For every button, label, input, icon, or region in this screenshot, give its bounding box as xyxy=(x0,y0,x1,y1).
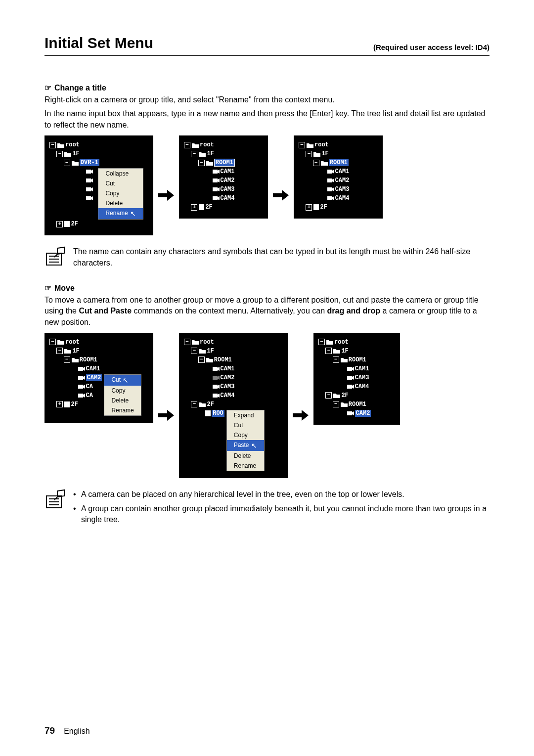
folder-icon xyxy=(64,347,71,356)
page-header: Initial Set Menu (Required user access l… xyxy=(44,35,490,56)
menu-item-rename[interactable]: Rename xyxy=(104,405,140,415)
svg-rect-9 xyxy=(199,204,204,210)
note-text: The name can contain any characters and … xyxy=(73,246,490,268)
menu-item-cut[interactable]: Cut↖ xyxy=(104,375,140,386)
edit-node[interactable]: ROOM1 xyxy=(214,159,235,167)
camera-icon xyxy=(347,409,354,418)
menu-item-delete[interactable]: Delete xyxy=(227,451,264,461)
svg-rect-24 xyxy=(64,401,70,407)
camera-icon xyxy=(78,391,85,400)
selected-node[interactable]: DVR-1 xyxy=(80,159,99,166)
menu-item-cut[interactable]: Cut xyxy=(227,420,264,430)
menu-item-rename[interactable]: Rename↖ xyxy=(98,208,142,219)
tree-box-move-step3: −root −1F −ROOM1 CAM1 CAM3 CAM4 −2F −ROO… xyxy=(313,333,400,425)
camera-icon xyxy=(78,382,85,391)
selected-node[interactable]: CAM2 xyxy=(355,410,371,417)
menu-item-copy[interactable]: Copy xyxy=(98,188,142,198)
note-move: A camera can be placed on any hierarchic… xyxy=(44,489,490,528)
minus-icon: − xyxy=(56,151,63,157)
minus-icon: − xyxy=(49,142,56,148)
svg-rect-21 xyxy=(78,376,83,380)
minus-icon: − xyxy=(56,348,63,354)
minus-icon: − xyxy=(325,392,332,399)
minus-icon: − xyxy=(313,160,319,166)
page-language: English xyxy=(64,727,89,735)
folder-icon xyxy=(199,400,206,409)
svg-rect-6 xyxy=(213,178,218,182)
page-title: Initial Set Menu xyxy=(44,35,153,51)
cursor-icon: ↖ xyxy=(251,442,257,449)
arrow-right-icon xyxy=(158,190,174,201)
minus-icon: − xyxy=(64,160,70,166)
svg-rect-32 xyxy=(347,385,352,389)
page-footer: 79English xyxy=(44,725,90,736)
camera-icon xyxy=(213,364,220,373)
folder-icon xyxy=(199,347,206,356)
selected-node[interactable]: ROO xyxy=(212,410,224,417)
note-item: A camera can be placed on any hierarchic… xyxy=(73,489,490,500)
folder-icon xyxy=(72,158,79,167)
svg-rect-13 xyxy=(327,196,332,200)
folder-icon xyxy=(206,356,213,364)
folder-icon xyxy=(192,338,199,347)
menu-item-copy[interactable]: Copy xyxy=(104,386,140,396)
minus-icon: − xyxy=(299,142,305,148)
svg-rect-26 xyxy=(213,376,218,380)
minus-icon: − xyxy=(198,356,205,363)
plus-icon: + xyxy=(56,401,63,407)
menu-item-copy[interactable]: Copy xyxy=(227,430,264,440)
menu-item-delete[interactable]: Delete xyxy=(104,396,140,405)
doc-icon xyxy=(64,400,70,409)
minus-icon: − xyxy=(318,339,325,345)
menu-item-delete[interactable]: Delete xyxy=(98,198,142,208)
camera-icon xyxy=(78,364,85,373)
section-heading-change-title: ☞Change a title xyxy=(44,83,490,92)
menu-item-cut[interactable]: Cut xyxy=(98,178,142,188)
arrow-right-icon xyxy=(158,410,174,421)
move-p1: To move a camera from one to another gro… xyxy=(44,295,490,328)
camera-icon xyxy=(347,382,354,391)
svg-rect-7 xyxy=(213,187,218,191)
note-change-title: The name can contain any characters and … xyxy=(44,246,490,268)
svg-rect-33 xyxy=(347,411,352,415)
menu-item-rename[interactable]: Rename xyxy=(227,461,264,471)
minus-icon: − xyxy=(306,151,312,157)
svg-rect-14 xyxy=(313,204,319,210)
menu-item-expand[interactable]: Expand xyxy=(227,410,264,420)
plus-icon: + xyxy=(306,204,312,211)
camera-icon xyxy=(213,185,220,194)
minus-icon: − xyxy=(49,339,56,345)
context-menu[interactable]: Expand Cut Copy Paste↖ Delete Rename xyxy=(226,410,265,471)
camera-icon xyxy=(213,176,220,185)
camera-icon xyxy=(327,185,334,194)
minus-icon: − xyxy=(198,160,205,166)
minus-icon: − xyxy=(184,339,190,345)
menu-item-collapse[interactable]: Collapse xyxy=(98,169,142,178)
camera-icon xyxy=(213,373,220,382)
minus-icon: − xyxy=(191,151,197,157)
arrow-right-icon xyxy=(293,410,309,421)
cursor-icon: ↖ xyxy=(130,210,136,218)
change-title-p1: Right-click on a camera or group title, … xyxy=(44,94,490,105)
svg-rect-12 xyxy=(327,187,332,191)
pointing-hand-icon: ☞ xyxy=(44,84,51,92)
selected-node[interactable]: CAM2 xyxy=(86,374,102,381)
svg-rect-1 xyxy=(86,178,91,182)
arrow-right-icon xyxy=(273,190,289,201)
svg-rect-2 xyxy=(86,187,91,191)
doc-icon xyxy=(313,203,319,212)
context-menu[interactable]: Cut↖ Copy Delete Rename xyxy=(104,374,141,416)
folder-icon xyxy=(341,400,348,409)
camera-icon xyxy=(347,373,354,382)
svg-rect-4 xyxy=(64,221,70,227)
note-icon xyxy=(44,489,66,528)
camera-icon xyxy=(213,194,220,203)
camera-icon xyxy=(213,167,220,176)
selected-node[interactable]: ROOM1 xyxy=(329,159,349,166)
pointing-hand-icon: ☞ xyxy=(44,284,51,292)
context-menu[interactable]: Collapse Cut Copy Delete Rename↖ xyxy=(98,168,143,220)
menu-item-paste[interactable]: Paste↖ xyxy=(227,440,264,451)
doc-icon xyxy=(199,203,204,212)
folder-icon xyxy=(313,149,320,158)
page-number: 79 xyxy=(44,725,55,736)
